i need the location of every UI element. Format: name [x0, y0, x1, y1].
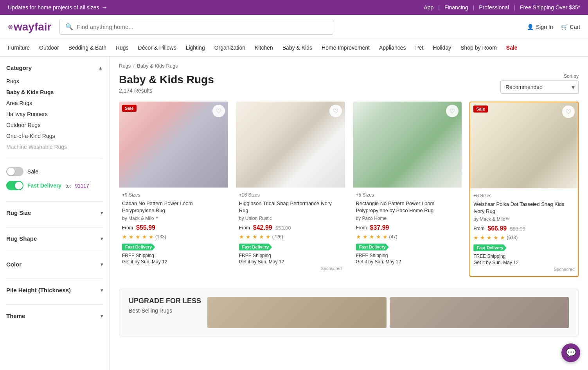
product-image: ♡ [353, 102, 462, 188]
cart-label: Cart [570, 24, 580, 30]
product-brand: by Mack & Milo™ [473, 216, 575, 222]
price-current: $55.99 [136, 224, 155, 231]
price-current: $37.99 [370, 224, 389, 231]
logo-icon: ⊛ [8, 23, 13, 30]
fast-delivery-toggle-knob [15, 182, 23, 189]
price-from: From [356, 225, 367, 231]
product-card-3[interactable]: ♡ +5 Sizes Rectangle No Pattern Power Lo… [353, 102, 462, 277]
logo[interactable]: ⊛ wayfair [8, 21, 52, 33]
search-input[interactable] [77, 23, 327, 30]
chevron-down-icon-2: ▾ [101, 236, 103, 241]
product-card-2[interactable]: ♡ +16 Sizes Higginson Tribal Shag Perfor… [236, 102, 345, 277]
sizes-label: +5 Sizes [356, 192, 459, 198]
chevron-down-icon-4: ▾ [101, 288, 103, 293]
cart-button[interactable]: 🛒 Cart [561, 24, 580, 30]
sidebar: Category ▲ Rugs Baby & Kids Rugs Area Ru… [0, 57, 110, 370]
nav-outdoor[interactable]: Outdoor [39, 39, 59, 56]
fast-delivery-toggle[interactable] [6, 181, 23, 190]
category-area-rugs[interactable]: Area Rugs [6, 98, 103, 109]
user-icon: 👤 [527, 24, 534, 30]
sort-container: Sort by Recommended Price: Low to High P… [500, 73, 579, 94]
nav-appliances[interactable]: Appliances [379, 39, 406, 56]
nav-shop-by-room[interactable]: Shop by Room [460, 39, 497, 56]
signin-button[interactable]: 👤 Sign In [527, 24, 553, 30]
header: ⊛ wayfair 🔍 👤 Sign In 🛒 Cart [0, 15, 588, 39]
price-from: From [239, 225, 250, 231]
star-rating: ★★★★★ (613) [473, 234, 575, 241]
fast-delivery-toggle-track [6, 181, 23, 190]
category-header[interactable]: Category ▲ [6, 64, 103, 71]
product-card-1[interactable]: Sale ♡ +9 Sizes Caban No Pattern Power L… [119, 102, 228, 277]
sort-select[interactable]: Recommended Price: Low to High Price: Hi… [500, 80, 579, 94]
rug-shape-section: Rug Shape ▾ [6, 235, 103, 253]
rug-shape-header[interactable]: Rug Shape ▾ [6, 235, 103, 242]
banner-link-shipping[interactable]: Free Shipping Over $35* [520, 4, 580, 11]
category-hallway-runners[interactable]: Hallway Runners [6, 109, 103, 120]
theme-header[interactable]: Theme ▾ [6, 313, 103, 319]
nav-baby-kids[interactable]: Baby & Kids [282, 39, 312, 56]
wishlist-button[interactable]: ♡ [562, 105, 575, 118]
nav-rugs[interactable]: Rugs [116, 39, 129, 56]
star-full: ★ [369, 234, 374, 240]
color-header[interactable]: Color ▾ [6, 261, 103, 268]
chevron-down-icon-3: ▾ [101, 262, 103, 267]
product-brand: by Mack & Milo™ [122, 216, 225, 221]
product-info: +16 Sizes Higginson Tribal Shag Performa… [236, 188, 345, 275]
wishlist-button[interactable]: ♡ [212, 105, 225, 117]
nav-lighting[interactable]: Lighting [186, 39, 205, 56]
upgrade-image-2[interactable] [390, 297, 569, 328]
category-machine-washable-rugs[interactable]: Machine Washable Rugs [6, 141, 103, 152]
price-row: From $55.99 [122, 224, 225, 231]
nav-organization[interactable]: Organization [214, 39, 245, 56]
wishlist-button[interactable]: ♡ [329, 105, 342, 117]
price-row: From $42.99 $53.00 [239, 224, 342, 231]
star-full: ★ [383, 234, 388, 240]
page-title-row: Baby & Kids Rugs 2,174 Results Sort by R… [119, 73, 579, 94]
nav-kitchen[interactable]: Kitchen [255, 39, 273, 56]
nav-furniture[interactable]: Furniture [8, 39, 30, 56]
category-baby-kids-rugs[interactable]: Baby & Kids Rugs [6, 87, 103, 98]
product-card-4[interactable]: Sale ♡ +6 Sizes Weishaar Polka Dot Tasse… [469, 102, 579, 277]
delivery-date: Get it by Sun. May 12 [122, 259, 225, 265]
star-full: ★ [129, 234, 134, 240]
nav-holiday[interactable]: Holiday [433, 39, 451, 56]
page-title: Baby & Kids Rugs [119, 73, 214, 86]
star-full: ★ [487, 234, 492, 241]
shipping-info: FREE Shipping [473, 254, 575, 259]
category-rugs[interactable]: Rugs [6, 76, 103, 87]
nav-sale[interactable]: Sale [506, 39, 518, 56]
product-image: Sale ♡ [119, 102, 228, 188]
banner-link-financing[interactable]: Financing [444, 4, 468, 11]
rug-shape-label: Rug Shape [6, 235, 37, 242]
pile-height-header[interactable]: Pile Height (Thickness) ▾ [6, 287, 103, 293]
breadcrumb-rugs[interactable]: Rugs [119, 63, 131, 69]
rug-size-header[interactable]: Rug Size ▾ [6, 209, 103, 216]
delivery-zip[interactable]: 91117 [75, 183, 89, 189]
banner-link-professional[interactable]: Professional [479, 4, 509, 11]
search-icon: 🔍 [65, 23, 73, 30]
chat-button[interactable]: 💬 [561, 343, 580, 362]
sale-badge: Sale [473, 105, 488, 113]
shipping-info: FREE Shipping [239, 253, 342, 258]
nav-home-improvement[interactable]: Home Improvement [322, 39, 370, 56]
wishlist-button[interactable]: ♡ [446, 105, 459, 117]
product-info: +9 Sizes Caban No Pattern Power Loom Pol… [119, 188, 228, 269]
star-full: ★ [376, 234, 381, 240]
nav-pet[interactable]: Pet [415, 39, 423, 56]
star-full: ★ [473, 234, 478, 241]
star-full: ★ [246, 234, 251, 240]
sizes-label: +9 Sizes [122, 192, 225, 198]
sale-toggle[interactable] [6, 167, 23, 176]
banner-link-app[interactable]: App [424, 4, 433, 11]
nav-bedding-bath[interactable]: Bedding & Bath [68, 39, 106, 56]
upgrade-image-1[interactable] [207, 297, 387, 328]
search-bar[interactable]: 🔍 [59, 19, 333, 35]
price-original: $53.00 [275, 225, 291, 231]
header-actions: 👤 Sign In 🛒 Cart [527, 24, 580, 30]
pile-height-label: Pile Height (Thickness) [6, 287, 71, 293]
nav-decor-pillows[interactable]: Décor & Pillows [138, 39, 176, 56]
product-name: Weishaar Polka Dot Tasseled Shag Kids Iv… [473, 201, 575, 215]
category-outdoor-rugs[interactable]: Outdoor Rugs [6, 120, 103, 130]
category-one-of-a-kind-rugs[interactable]: One-of-a-Kind Rugs [6, 130, 103, 141]
promo-text[interactable]: Updates for home projects of all sizes → [8, 4, 108, 11]
